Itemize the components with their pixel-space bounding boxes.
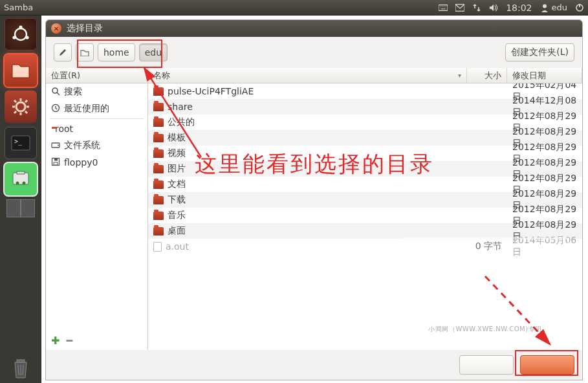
folder-chooser-dialog: ✕ 选择目录 home edu 创建文件夹(L) 位置(R) 搜索 [45,19,583,380]
user-name: edu [552,3,568,12]
clock[interactable]: 18:02 [506,3,532,13]
file-name: a.out [166,241,189,252]
svg-point-35 [58,144,59,146]
path-root-icon[interactable] [76,43,94,61]
samba-launcher[interactable] [5,163,37,195]
create-folder-button[interactable]: 创建文件夹(L) [505,43,574,61]
folder-icon [153,118,164,127]
dialog-title: 选择目录 [67,23,103,34]
network-icon[interactable] [472,3,481,12]
svg-point-9 [15,28,27,40]
table-row[interactable]: a.out0 字节2014年05月06日 [148,239,582,254]
edit-path-button[interactable] [54,43,72,61]
file-name: 模板 [168,132,186,144]
folder-icon [153,87,164,96]
sidebar-item-label: root [55,124,73,134]
folder-icon [153,196,164,204]
svg-rect-37 [54,158,58,160]
sidebar-item-root[interactable]: root [46,120,147,137]
drive-icon [51,140,60,151]
clock-icon [51,104,60,115]
close-icon[interactable]: ✕ [51,23,61,34]
sidebar-item-label: floppy0 [64,157,98,168]
open-button[interactable] [520,355,574,375]
file-list: 名称 ▾ 大小 修改日期 pulse-UciP4FTgliAE2015年02月0… [148,68,582,350]
column-size[interactable]: 大小 [467,68,507,83]
file-name: 视频 [168,148,186,159]
svg-point-26 [22,182,25,185]
folder-icon [153,181,164,189]
floppy-icon [51,157,60,168]
mail-icon[interactable] [455,3,464,12]
svg-point-12 [25,36,28,39]
sidebar-item-recent[interactable]: 最近使用的 [46,100,147,117]
file-icon [153,242,162,252]
folder-icon [153,165,164,173]
svg-point-13 [16,102,25,111]
svg-line-32 [57,93,60,95]
file-name: 桌面 [168,225,186,237]
file-name: 公共的 [168,116,195,128]
session-icon[interactable] [575,3,584,12]
cancel-button[interactable] [459,355,514,375]
svg-line-19 [25,111,27,113]
dialog-titlebar: ✕ 选择目录 [46,20,582,37]
sidebar-item-filesystem[interactable]: 文件系统 [46,137,147,154]
add-bookmark-icon[interactable]: ✚ [51,334,60,347]
sound-icon[interactable] [489,3,498,12]
svg-point-31 [52,88,58,93]
files-launcher[interactable] [5,54,37,87]
system-tray: 18:02 edu [439,3,584,13]
sidebar-item-floppy[interactable]: floppy0 [46,154,147,171]
workspace-switcher[interactable] [6,199,35,217]
places-sidebar: 位置(R) 搜索 最近使用的 root [46,68,148,350]
dash-button[interactable] [5,18,37,50]
column-date[interactable]: 修改日期 [507,68,582,83]
sidebar-footer: ✚ ━ [46,331,147,350]
file-name: 文档 [168,179,186,190]
svg-text:>_: >_ [14,138,23,146]
app-title: Samba [4,3,33,12]
file-name: share [168,102,193,112]
svg-rect-38 [54,162,58,165]
file-name: pulse-UciP4FTgliAE [168,86,254,96]
folder-icon [153,227,164,235]
svg-line-21 [14,111,16,113]
trash-icon[interactable] [8,355,34,383]
column-name[interactable]: 名称 ▾ [148,68,467,83]
svg-rect-0 [439,5,448,10]
svg-point-7 [543,4,547,8]
svg-rect-27 [17,360,25,362]
path-segment-home[interactable]: home [98,43,135,61]
file-size: 0 字节 [467,241,507,252]
svg-point-11 [12,36,16,39]
file-name: 图片 [168,163,186,175]
folder-icon [153,103,164,111]
folder-icon [153,149,164,158]
unity-launcher: >_ [0,16,41,383]
keyboard-icon [439,3,448,12]
settings-launcher[interactable] [5,91,37,123]
top-menubar: Samba 18:02 edu [0,0,588,16]
sidebar-item-search[interactable]: 搜索 [46,83,147,100]
file-name: 下载 [168,194,186,206]
sidebar-item-label: 搜索 [64,86,82,98]
user-menu[interactable]: edu [540,3,568,12]
remove-bookmark-icon[interactable]: ━ [66,334,72,347]
folder-icon [153,212,164,220]
terminal-launcher[interactable]: >_ [5,127,37,159]
sidebar-item-label: 文件系统 [64,140,100,151]
sidebar-item-label: 最近使用的 [64,103,109,115]
file-date: 2014年05月06日 [507,235,582,258]
svg-rect-24 [13,173,28,184]
file-list-header: 名称 ▾ 大小 修改日期 [148,68,582,83]
dialog-toolbar: home edu 创建文件夹(L) [46,37,582,68]
path-segment-edu[interactable]: edu [139,43,168,61]
dialog-button-bar [46,350,582,380]
places-header: 位置(R) [46,68,147,83]
folder-icon [153,134,164,142]
svg-line-20 [25,100,27,102]
svg-line-18 [14,100,16,102]
file-name: 音乐 [168,210,186,221]
sort-indicator-icon: ▾ [458,72,461,79]
